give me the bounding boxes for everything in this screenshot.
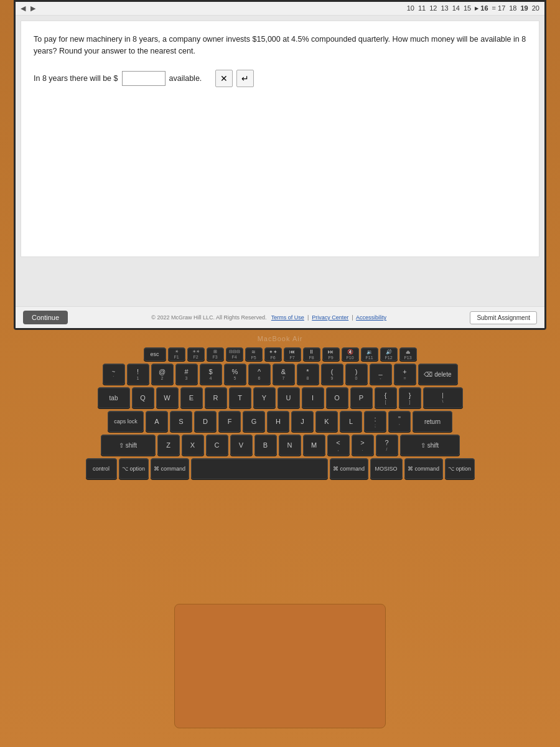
copyright-text: © 2022 McGraw Hill LLC. All Rights Reser… — [151, 314, 386, 321]
number-row: ~` !1 @2 #3 $4 %5 ^6 &7 *8 (9 )0 _- += ⌫… — [12, 364, 548, 385]
clear-button[interactable]: ✕ — [215, 70, 233, 87]
key-f8[interactable]: ⏸F8 — [303, 347, 320, 361]
nav-num: 10 11 12 13 14 15 ▸ 16 = 17 18 19 20 — [407, 4, 539, 12]
key-f1[interactable]: ☀F1 — [168, 347, 185, 361]
key-c[interactable]: C — [206, 435, 228, 456]
continue-button[interactable]: Continue — [23, 311, 68, 324]
key-capslock[interactable]: caps lock — [108, 411, 144, 432]
privacy-link[interactable]: Privacy Center — [312, 314, 348, 321]
touchpad[interactable] — [174, 604, 386, 728]
key-9[interactable]: (9 — [321, 364, 343, 385]
key-8[interactable]: *8 — [297, 364, 319, 385]
key-f11[interactable]: 🔉F11 — [361, 347, 378, 361]
key-backslash[interactable]: |\ — [423, 387, 463, 408]
key-f9[interactable]: ⏭F9 — [322, 347, 340, 361]
key-f[interactable]: F — [218, 411, 241, 432]
key-mosiso[interactable]: MOSISO — [370, 458, 403, 479]
nav-forward[interactable]: ▶ — [30, 4, 35, 12]
key-u[interactable]: U — [278, 387, 300, 408]
key-space[interactable] — [191, 458, 328, 479]
accessibility-link[interactable]: Accessibility — [356, 314, 386, 321]
key-k[interactable]: K — [315, 411, 338, 432]
key-lshift[interactable]: ⇧ shift — [101, 435, 156, 456]
key-1[interactable]: !1 — [127, 364, 149, 385]
key-comma[interactable]: <, — [327, 435, 350, 456]
key-l[interactable]: L — [340, 411, 362, 432]
key-0[interactable]: )0 — [345, 364, 368, 385]
key-return[interactable]: return — [413, 411, 452, 432]
laptop-body: ◀ ▶ 10 11 12 13 14 15 ▸ 16 = 17 18 19 20 — [0, 0, 560, 747]
key-option-right[interactable]: ⌥ option — [445, 458, 475, 479]
key-tab[interactable]: tab — [98, 387, 130, 408]
key-i[interactable]: I — [302, 387, 324, 408]
answer-input[interactable] — [122, 71, 166, 86]
key-semicolon[interactable]: :; — [364, 411, 386, 432]
key-z[interactable]: Z — [157, 435, 180, 456]
key-command-left[interactable]: ⌘ command — [151, 458, 189, 479]
terms-link[interactable]: Terms of Use — [271, 314, 304, 321]
key-f3[interactable]: ⊞F3 — [207, 347, 224, 361]
key-lbracket[interactable]: {[ — [375, 387, 397, 408]
key-j[interactable]: J — [291, 411, 314, 432]
key-h[interactable]: H — [267, 411, 289, 432]
key-y[interactable]: Y — [253, 387, 276, 408]
key-f12[interactable]: 🔊F12 — [380, 347, 398, 361]
key-g[interactable]: G — [243, 411, 265, 432]
key-p[interactable]: P — [350, 387, 373, 408]
key-d[interactable]: D — [194, 411, 217, 432]
asdf-row: caps lock A S D F G H J K L :; "' return — [12, 411, 548, 432]
key-x[interactable]: X — [182, 435, 204, 456]
key-b[interactable]: B — [254, 435, 277, 456]
key-f13[interactable]: ⏏F13 — [399, 347, 417, 361]
key-m[interactable]: M — [303, 435, 325, 456]
key-command-right[interactable]: ⌘ command — [330, 458, 368, 479]
key-q[interactable]: Q — [132, 387, 154, 408]
key-t[interactable]: T — [229, 387, 251, 408]
macbook-label: MacBook Air — [258, 335, 303, 342]
key-e[interactable]: E — [180, 387, 203, 408]
key-o[interactable]: O — [326, 387, 348, 408]
key-n[interactable]: N — [279, 435, 301, 456]
key-rshift[interactable]: ⇧ shift — [400, 435, 460, 456]
key-rbracket[interactable]: }] — [399, 387, 421, 408]
key-f5[interactable]: ≋F5 — [245, 347, 263, 361]
key-w[interactable]: W — [156, 387, 179, 408]
key-4[interactable]: $4 — [200, 364, 222, 385]
submit-button[interactable]: Submit Assignment — [470, 311, 537, 324]
key-quote[interactable]: "' — [388, 411, 411, 432]
key-7[interactable]: &7 — [273, 364, 295, 385]
key-slash[interactable]: ?/ — [376, 435, 398, 456]
key-r[interactable]: R — [205, 387, 227, 408]
key-option-left[interactable]: ⌥ option — [119, 458, 149, 479]
bottom-row: control ⌥ option ⌘ command ⌘ command MOS… — [12, 458, 548, 479]
nav-back[interactable]: ◀ — [21, 4, 26, 12]
key-equals[interactable]: += — [394, 364, 416, 385]
check-button[interactable]: ↵ — [236, 70, 254, 87]
key-control[interactable]: control — [86, 458, 117, 479]
key-6[interactable]: ^6 — [248, 364, 271, 385]
key-a[interactable]: A — [146, 411, 168, 432]
key-period[interactable]: >. — [352, 435, 374, 456]
apple-logo-area — [37, 654, 68, 685]
problem-text: To pay for new machinery in 8 years, a c… — [34, 34, 526, 57]
key-f7[interactable]: ⏮F7 — [284, 347, 301, 361]
key-command-extra[interactable]: ⌘ command — [404, 458, 443, 479]
answer-prefix: In 8 years there will be $ — [34, 74, 118, 83]
answer-suffix: available. — [169, 74, 202, 83]
key-5[interactable]: %5 — [224, 364, 246, 385]
qwerty-row: tab Q W E R T Y U I O P {[ }] |\ — [12, 387, 548, 408]
key-3[interactable]: #3 — [175, 364, 198, 385]
key-f6[interactable]: ✦✦F6 — [264, 347, 282, 361]
key-v[interactable]: V — [230, 435, 253, 456]
key-delete[interactable]: ⌫ delete — [418, 364, 458, 385]
key-2[interactable]: @2 — [151, 364, 174, 385]
key-s[interactable]: S — [170, 411, 192, 432]
key-minus[interactable]: _- — [370, 364, 392, 385]
key-f4[interactable]: ⊟⊟⊟F4 — [226, 347, 243, 361]
answer-row: In 8 years there will be $ available. ✕ … — [34, 70, 526, 87]
key-f2[interactable]: ☀☀F2 — [187, 347, 205, 361]
key-f10[interactable]: 🔇F10 — [342, 347, 359, 361]
key-backtick[interactable]: ~` — [103, 364, 125, 385]
screen-bottom-bar: Continue © 2022 McGraw Hill LLC. All Rig… — [16, 306, 544, 328]
key-esc[interactable]: esc — [144, 347, 166, 361]
